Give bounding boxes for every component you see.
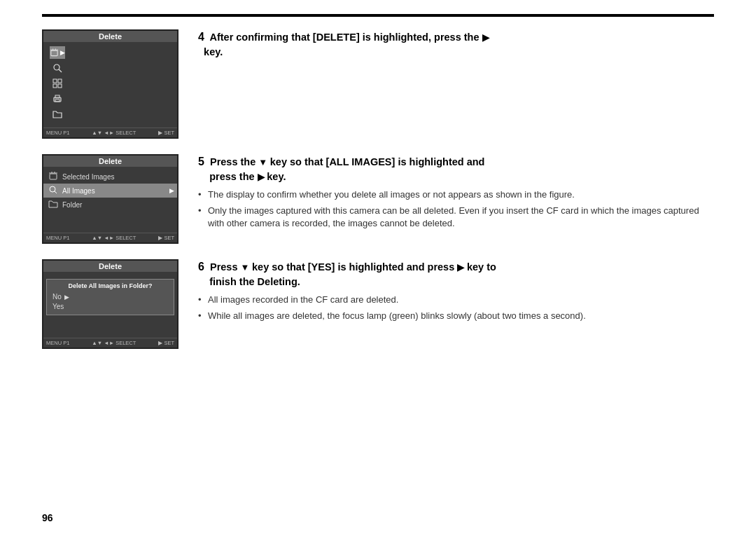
screen2-menu-list: Selected Images All Images ▶ [43, 170, 177, 212]
dialog-title: Delete All Images in Folder? [50, 282, 171, 289]
dialog-option-yes: Yes [50, 302, 171, 311]
step3-arrow-right: ▶ [457, 262, 467, 273]
screen3-footer: MENU P1 ▲▼ ◄► SELECT ▶ SET [43, 338, 177, 348]
step3-bullet-2: While all images are deleted, the focus … [198, 310, 714, 323]
screen3-body: Delete All Images in Folder? No ▶ Yes [43, 272, 177, 335]
step1-text-main: After confirming that [DELETE] is highli… [209, 32, 479, 43]
screen3-footer-mid: ▲▼ ◄► SELECT [92, 340, 136, 346]
screen1-footer: MENU P1 ▲▼ ◄► SELECT ▶ SET [43, 128, 177, 137]
section-1: Delete ▶ [42, 29, 714, 139]
screen3-footer-left: MENU P1 [46, 340, 69, 346]
svg-line-18 [55, 191, 57, 193]
dialog-no-arrow: ▶ [64, 294, 69, 301]
step2-key2: key. [267, 171, 286, 182]
step3-bullet-1: All images recorded in the CF card are d… [198, 294, 714, 307]
screen1-header: Delete [43, 31, 177, 42]
svg-rect-7 [58, 79, 62, 83]
dialog-no-label: No [52, 293, 62, 301]
svg-line-5 [59, 69, 62, 72]
svg-point-17 [50, 186, 55, 192]
step2-press: Press the [210, 156, 255, 167]
step1-arrow: ▶ [482, 32, 489, 43]
camera-screen-2: Delete Selected Images [42, 154, 178, 244]
step2-number: 5 [198, 156, 204, 167]
svg-rect-8 [53, 84, 57, 88]
step3-text1: key so that [YES] is highlighted and pre… [252, 261, 454, 273]
svg-rect-13 [50, 174, 57, 179]
menu-icon-selected [46, 171, 60, 182]
step2-arrow-right: ▶ [258, 172, 267, 182]
svg-rect-9 [58, 84, 62, 88]
screen3-footer-right: ▶ SET [158, 340, 174, 346]
camera-screen-1: Delete ▶ [42, 29, 178, 139]
step2-bullets: The display to confirm whether you delet… [198, 188, 714, 231]
step3-line2: finish the Deleting. [209, 276, 300, 287]
step2-text1: key so that [ALL IMAGES] is highlighted … [270, 156, 485, 167]
icon-delete: ▶ [50, 46, 65, 59]
step1-heading: 4 After confirming that [DELETE] is high… [198, 29, 714, 60]
screen1-body: ▶ [43, 42, 177, 125]
dialog-yes-label: Yes [52, 303, 64, 310]
menu-label-selected: Selected Images [62, 173, 174, 181]
section-2: Delete Selected Images [42, 154, 714, 244]
dialog-option-no: No ▶ [50, 292, 171, 301]
icon-grid [50, 77, 65, 90]
svg-rect-12 [55, 99, 59, 102]
page-container: Delete ▶ [0, 0, 756, 536]
step2-bullet-2: Only the images captured with this camer… [198, 205, 714, 231]
top-border [42, 14, 714, 17]
step2-bullet-1: The display to confirm whether you delet… [198, 188, 714, 202]
screen2-footer: MENU P1 ▲▼ ◄► SELECT ▶ SET [43, 233, 177, 242]
screen3-dialog: Delete All Images in Folder? No ▶ Yes [46, 279, 174, 315]
icon-print [50, 92, 65, 105]
step3-press: Press [210, 261, 238, 273]
content-area-1: 4 After confirming that [DELETE] is high… [198, 29, 714, 64]
step3-number: 6 [198, 261, 204, 273]
screen1-footer-mid: ▲▼ ◄► SELECT [92, 130, 136, 136]
svg-point-4 [54, 64, 59, 70]
menu-icon-all-images [46, 185, 60, 196]
svg-rect-0 [51, 50, 57, 55]
step3-heading: 6 Press ▼ key so that [YES] is highlight… [198, 259, 714, 289]
menu-arrow-all-images: ▶ [169, 187, 174, 194]
screen2-body: Selected Images All Images ▶ [43, 167, 177, 230]
content-area-2: 5 Press the ▼ key so that [ALL IMAGES] i… [198, 154, 714, 233]
screen1-icon-list: ▶ [48, 46, 67, 121]
screen1-footer-left: MENU P1 [46, 130, 69, 136]
svg-rect-6 [53, 79, 57, 83]
screen1-footer-right: ▶ SET [158, 130, 174, 136]
page-number: 96 [42, 512, 53, 523]
step2-press2: press the [209, 171, 254, 182]
section-3: Delete Delete All Images in Folder? No ▶… [42, 259, 714, 349]
step1-number: 4 [198, 31, 204, 43]
screen2-header: Delete [43, 156, 177, 167]
step2-arrow-down: ▼ [258, 157, 270, 167]
menu-icon-folder [46, 199, 60, 210]
icon-search [50, 62, 65, 74]
step3-bullets: All images recorded in the CF card are d… [198, 294, 714, 323]
menu-item-folder: Folder [43, 198, 177, 212]
camera-screen-3: Delete Delete All Images in Folder? No ▶… [42, 259, 178, 349]
step1-key: key. [204, 46, 223, 57]
screen3-header: Delete [43, 261, 177, 272]
screen2-footer-mid: ▲▼ ◄► SELECT [92, 235, 136, 241]
menu-item-selected: Selected Images [43, 170, 177, 184]
step3-end1: key to [467, 261, 496, 273]
menu-label-folder: Folder [62, 201, 174, 209]
icon1-arrow: ▶ [60, 49, 65, 56]
menu-item-all-images: All Images ▶ [43, 184, 177, 198]
menu-label-all-images: All Images [62, 187, 169, 195]
step3-arrow-down: ▼ [241, 262, 252, 273]
icon-folder [50, 108, 65, 121]
content-area-3: 6 Press ▼ key so that [YES] is highlight… [198, 259, 714, 325]
step2-heading: 5 Press the ▼ key so that [ALL IMAGES] i… [198, 154, 714, 184]
screen2-footer-right: ▶ SET [158, 235, 174, 241]
screen2-footer-left: MENU P1 [46, 235, 69, 241]
